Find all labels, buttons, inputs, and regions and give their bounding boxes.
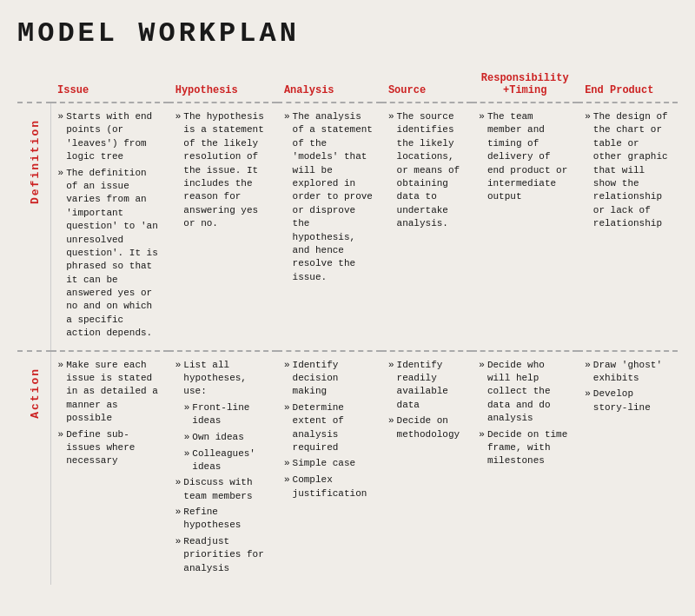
list-item: » List all hypotheses, use:	[175, 359, 270, 399]
list-item: » Colleagues' ideas	[175, 447, 270, 474]
list-item: » The design of the chart or table or ot…	[585, 110, 671, 231]
def-responsibility-cell: » The team member and timing of delivery…	[472, 103, 578, 351]
page-title: MODEL WORKPLAN	[17, 17, 678, 50]
header-responsibility: Responsibility+Timing	[472, 67, 578, 103]
header-endproduct: End Product	[578, 67, 678, 103]
definition-row: Definition » Starts with end points (or …	[17, 103, 678, 351]
list-item: » Make sure each issue is stated in as d…	[58, 359, 162, 426]
list-item: » The team member and timing of delivery…	[479, 110, 571, 204]
def-source-cell: » The source identifies the likely locat…	[381, 103, 472, 351]
definition-label: Definition	[17, 103, 50, 351]
list-item: » Starts with end points (or 'leaves') f…	[58, 110, 162, 164]
act-source-cell: » Identify readily available data » Deci…	[381, 351, 472, 585]
header-source: Source	[381, 67, 472, 103]
list-item: » Identify decision making	[284, 359, 374, 399]
list-item: » Determine extent of analysis required	[284, 401, 374, 455]
list-item: » Discuss with team members	[175, 476, 270, 503]
list-item: » Develop story-line	[585, 387, 671, 414]
list-item: » The analysis of a statement of the 'mo…	[284, 110, 374, 284]
header-hypothesis: Hypothesis	[169, 67, 277, 103]
list-item: » The source identifies the likely locat…	[388, 110, 465, 231]
header-analysis: Analysis	[277, 67, 381, 103]
def-analysis-cell: » The analysis of a statement of the 'mo…	[277, 103, 381, 351]
def-hypothesis-cell: » The hypothesis is a statement of the l…	[169, 103, 277, 351]
act-issue-cell: » Make sure each issue is stated in as d…	[50, 351, 169, 585]
list-item: » Front-line ideas	[175, 401, 270, 428]
table-header-row: Issue Hypothesis Analysis Source Respons…	[17, 67, 678, 103]
act-responsibility-cell: » Decide who will help collect the data …	[472, 351, 578, 585]
list-item: » The hypothesis is a statement of the l…	[175, 110, 270, 231]
act-endproduct-cell: » Draw 'ghost' exhibits » Develop story-…	[578, 351, 678, 585]
label-spacer	[17, 67, 50, 103]
list-item: » Complex justification	[284, 474, 374, 500]
list-item: » Decide on time frame, with milestones	[479, 428, 571, 468]
list-item: » Simple case	[284, 457, 374, 471]
list-item: » Own ideas	[175, 431, 270, 445]
action-label: Action	[17, 351, 50, 585]
list-item: » Decide on methodology	[388, 414, 465, 441]
list-item: » Define sub-issues where necessary	[58, 428, 162, 468]
list-item: » Draw 'ghost' exhibits	[585, 359, 671, 386]
list-item: » Readjust priorities for analysis	[175, 535, 270, 575]
def-issue-cell: » Starts with end points (or 'leaves') f…	[50, 103, 169, 351]
def-endproduct-cell: » The design of the chart or table or ot…	[578, 103, 678, 351]
list-item: » Decide who will help collect the data …	[479, 359, 571, 426]
act-hypothesis-cell: » List all hypotheses, use: » Front-line…	[169, 351, 277, 585]
list-item: » The definition of an issue varies from…	[58, 167, 162, 341]
header-issue: Issue	[50, 67, 169, 103]
list-item: » Refine hypotheses	[175, 506, 270, 533]
action-row: Action » Make sure each issue is stated …	[17, 351, 678, 585]
act-analysis-cell: » Identify decision making » Determine e…	[277, 351, 381, 585]
workplan-table: Issue Hypothesis Analysis Source Respons…	[17, 67, 678, 585]
list-item: » Identify readily available data	[388, 359, 465, 413]
